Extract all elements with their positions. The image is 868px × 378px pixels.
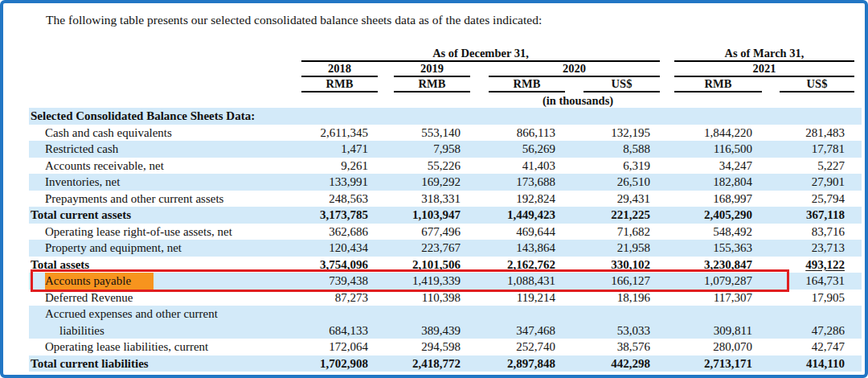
cell-value: 120,434 [301, 240, 378, 257]
header-date-groups: As of December 31, As of March 31, [29, 47, 862, 62]
cell-value: 318,331 [394, 191, 470, 207]
cell-value: 18,196 [583, 290, 660, 306]
cell-value: 1,471 [301, 141, 378, 158]
cell-value: 41,403 [489, 158, 565, 175]
cell-value: 414,110 [780, 355, 854, 372]
col-group-march: As of March 31, [674, 47, 854, 62]
cell-value: 110,398 [394, 290, 470, 306]
cell-value: 133,991 [301, 174, 378, 191]
cell-value: 280,070 [674, 339, 762, 355]
cell-value: 739,438 [301, 273, 378, 290]
cell-value: 6,319 [583, 158, 660, 175]
cell-value: 166,127 [583, 273, 660, 290]
col-group-december: As of December 31, [301, 47, 660, 62]
row-label: Operating lease right-of-use assets, net [29, 224, 301, 240]
row-property-and-equipment-net: Property and equipment, net 120,434 223,… [29, 240, 862, 257]
cell-value: 29,431 [583, 191, 660, 207]
row-label-line1: Accrued expenses and other current [45, 306, 301, 323]
cell-value: 56,269 [489, 141, 565, 158]
year-2021: 2021 [674, 63, 854, 77]
year-2018: 2018 [301, 63, 378, 77]
row-accounts-payable: Accounts payable 739,438 1,419,339 1,088… [29, 273, 862, 290]
cell-value: 684,133 [301, 323, 378, 339]
row-label: Prepayments and other current assets [29, 191, 301, 207]
cell-value: 2,713,171 [674, 355, 762, 372]
cell-value: 168,997 [674, 191, 762, 207]
cell-value: 87,273 [301, 290, 378, 306]
row-restricted-cash: Restricted cash 1,471 7,958 56,269 8,588… [29, 141, 862, 158]
cell-value: 2,101,506 [394, 257, 470, 273]
header-years: 2018 2019 2020 2021 [29, 62, 862, 77]
cell-value: 223,767 [394, 240, 470, 257]
currency-col-2: RMB [489, 78, 565, 92]
year-2020: 2020 [489, 63, 660, 77]
cell-value: 367,118 [780, 207, 854, 224]
currency-col-0: RMB [301, 78, 378, 92]
cell-value: 25,794 [780, 191, 854, 207]
cell-value: 17,905 [780, 290, 854, 306]
cell-value: 1,103,947 [394, 207, 470, 224]
cell-value: 469,644 [489, 224, 565, 240]
cell-value: 248,563 [301, 191, 378, 207]
row-label: Accounts payable [29, 273, 301, 290]
row-inventories-net: Inventories, net 133,991 169,292 173,688… [29, 174, 862, 191]
cell-value: 2,611,345 [301, 125, 378, 142]
cell-value: 155,363 [674, 240, 762, 257]
row-operating-lease-liabilities-current: Operating lease liabilities, current 172… [29, 339, 862, 355]
cell-value: 34,247 [674, 158, 762, 175]
row-label: Cash and cash equivalents [29, 125, 301, 142]
cell-value: 27,901 [780, 174, 854, 191]
cell-value: 2,405,290 [674, 207, 762, 224]
cell-value: 17,781 [780, 141, 854, 158]
cell-value: 143,864 [489, 240, 565, 257]
currency-col-1: RMB [394, 78, 470, 92]
cell-value: 442,298 [583, 355, 660, 372]
row-total-current-assets: Total current assets 3,173,785 1,103,947… [29, 207, 862, 224]
cell-value: 866,113 [489, 125, 565, 142]
row-label: Accounts receivable, net [29, 158, 301, 175]
cell-value: 26,510 [583, 174, 660, 191]
cell-value: 164,731 [780, 273, 854, 290]
cell-value: 42,747 [780, 339, 854, 355]
header-currencies: RMB RMB RMB US$ RMB US$ [29, 77, 862, 92]
row-label: Property and equipment, net [29, 240, 301, 257]
cell-value: 1,088,431 [489, 273, 565, 290]
cell-value: 8,588 [583, 141, 660, 158]
cell-value: 309,811 [674, 323, 762, 339]
intro-paragraph: The following table presents our selecte… [46, 11, 865, 28]
row-operating-lease-right-of-use-assets-net: Operating lease right-of-use assets, net… [29, 224, 862, 240]
currency-col-4: RMB [674, 78, 762, 92]
cell-value: 1,702,908 [301, 355, 378, 372]
cell-value: 3,173,785 [301, 207, 378, 224]
balance-sheet-table: As of December 31, As of March 31, 2018 … [29, 47, 862, 372]
section-title-row: Selected Consolidated Balance Sheets Dat… [29, 108, 862, 125]
row-label: Accrued expenses and other current liabi… [29, 306, 301, 339]
cell-value: 117,307 [674, 290, 762, 306]
section-title: Selected Consolidated Balance Sheets Dat… [29, 108, 301, 125]
row-label: Inventories, net [29, 174, 301, 191]
cell-value: 3,230,847 [674, 257, 762, 273]
cell-value: 1,449,423 [489, 207, 565, 224]
document-page: The following table presents our selecte… [0, 0, 868, 378]
highlighted-label: Accounts payable [45, 273, 154, 290]
cell-value: 3,754,096 [301, 257, 378, 273]
cell-value: 1,419,339 [394, 273, 470, 290]
row-deferred-revenue: Deferred Revenue 87,273 110,398 119,214 … [29, 290, 862, 306]
cell-value: 2,418,772 [394, 355, 470, 372]
cell-value: 362,686 [301, 224, 378, 240]
cell-value: 172,064 [301, 339, 378, 355]
cell-value: 9,261 [301, 158, 378, 175]
cell-value: 2,897,848 [489, 355, 565, 372]
cell-value: 119,214 [489, 290, 565, 306]
cell-value: 493,122 [780, 257, 854, 273]
row-label: Total assets [29, 257, 301, 273]
cell-value: 221,225 [583, 207, 660, 224]
cell-value: 83,716 [780, 224, 854, 240]
cell-value: 38,576 [583, 339, 660, 355]
cell-value: 192,824 [489, 191, 565, 207]
cell-value: 389,439 [394, 323, 470, 339]
cell-value: 53,033 [583, 323, 660, 339]
cell-value: 281,483 [780, 125, 854, 142]
cell-value: 1,844,220 [674, 125, 762, 142]
cell-value: 169,292 [394, 174, 470, 191]
